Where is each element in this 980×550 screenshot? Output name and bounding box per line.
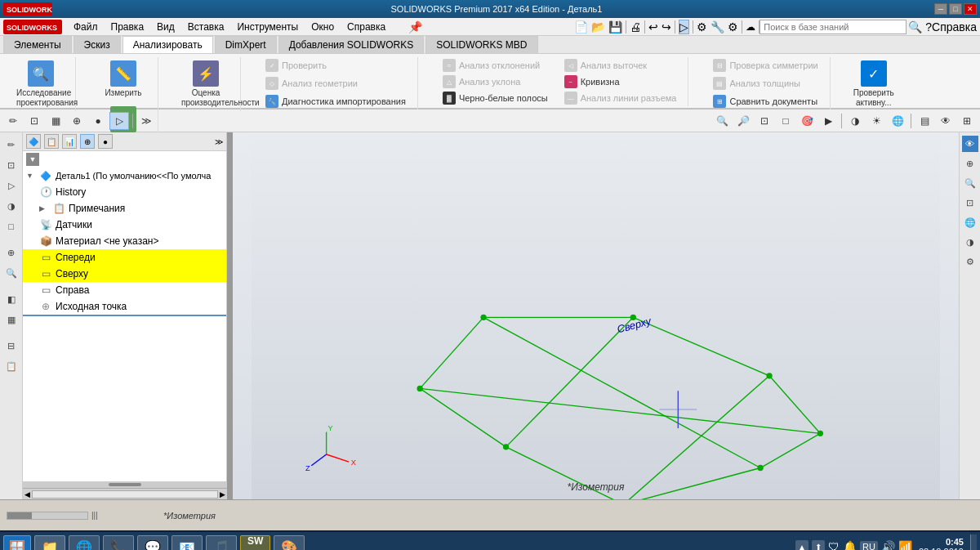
filter-icon[interactable]: ▼ (26, 153, 39, 166)
tree-icon-4[interactable]: ⊕ (80, 134, 95, 149)
start-button[interactable]: 🪟 (3, 535, 31, 550)
right-btn-1[interactable]: ⊕ (962, 155, 978, 172)
left-btn-9[interactable]: ▦ (2, 311, 20, 329)
tab-elements[interactable]: Элементы (3, 36, 72, 53)
close-btn[interactable]: ✕ (964, 3, 977, 15)
tb-view5[interactable]: 🎯 (797, 112, 817, 130)
tb-sketch-icon[interactable]: ✏ (3, 112, 23, 130)
redo-icon[interactable]: ↪ (662, 20, 671, 34)
left-btn-3[interactable]: ▷ (2, 177, 20, 195)
left-btn-2[interactable]: ⊡ (2, 156, 20, 174)
tree-front[interactable]: ▭ Спереди (23, 249, 226, 266)
sys-network[interactable]: ▲ (795, 540, 808, 550)
left-btn-7[interactable]: 🔍 (2, 264, 20, 282)
tree-material[interactable]: 📦 Материал <не указан> (23, 233, 226, 249)
tab-dimxpert[interactable]: DimXpert (215, 36, 277, 53)
menu-tools[interactable]: Инструменты (230, 20, 305, 34)
tb-view4[interactable]: □ (776, 112, 795, 130)
show-desktop-btn[interactable] (970, 534, 977, 550)
taskbar-mail[interactable]: 📧 (172, 535, 203, 550)
tree-icon-2[interactable]: 📋 (44, 134, 59, 149)
clock[interactable]: 0:45 28.12.2019 (919, 537, 967, 550)
tab-solidworks-mbd[interactable]: SOLIDWORKS MBD (425, 36, 537, 53)
taskbar-sw[interactable]: SW2017 (240, 535, 270, 550)
menu-window[interactable]: Окно (305, 20, 341, 34)
taskbar-viber[interactable]: 📞 (103, 535, 134, 550)
tree-history[interactable]: 🕐 History (23, 184, 226, 200)
print-icon[interactable]: 🖨 (630, 20, 641, 34)
gear-icon[interactable]: ⚙ (697, 20, 707, 34)
tray-network[interactable]: 📶 (898, 540, 912, 550)
taskbar-paint[interactable]: 🎨 (274, 535, 305, 550)
restore-btn[interactable]: □ (949, 3, 962, 15)
tree-top[interactable]: ▭ Сверху (23, 266, 226, 282)
tree-right[interactable]: ▭ Справа (23, 282, 226, 298)
tree-origin[interactable]: ⊕ Исходная точка (23, 298, 226, 316)
tb-grid[interactable]: ▦ (46, 112, 65, 130)
right-btn-6[interactable]: ⚙ (962, 253, 978, 270)
right-btn-3[interactable]: ⊡ (962, 195, 978, 211)
left-btn-11[interactable]: 📋 (2, 357, 20, 375)
menu-view[interactable]: Вид (150, 20, 181, 34)
help-icon2[interactable]: Справка (932, 20, 977, 34)
btn-measure[interactable]: 📏 Измерить (101, 57, 145, 101)
help-icon[interactable]: ? (925, 20, 932, 34)
status-scrollbar[interactable] (7, 512, 88, 520)
left-btn-1[interactable]: ✏ (2, 136, 20, 154)
taskbar-chrome[interactable]: 🌐 (69, 535, 100, 550)
taskbar-media[interactable]: 🎵 (206, 535, 237, 550)
tree-more-btn[interactable]: ≫ (215, 137, 223, 146)
tree-notes[interactable]: ▶ 📋 Примечания (23, 200, 226, 217)
tb-more[interactable]: ≫ (136, 112, 156, 130)
left-btn-4[interactable]: ◑ (2, 197, 20, 215)
tb-smart-dim[interactable]: ⊡ (24, 112, 44, 130)
left-btn-8[interactable]: ◧ (2, 290, 20, 308)
btn-perf[interactable]: ⚡ Оценкапроизводительности (178, 57, 234, 111)
tb-render1[interactable]: ◑ (845, 112, 865, 130)
tab-sketch[interactable]: Эскиз (74, 36, 121, 53)
undo-icon[interactable]: ↩ (648, 20, 658, 34)
search-btn[interactable]: 🔍 (908, 20, 922, 34)
tree-sensors[interactable]: 📡 Датчики (23, 217, 226, 233)
left-btn-6[interactable]: ⊕ (2, 244, 20, 262)
tb-render3[interactable]: 🌐 (888, 112, 907, 130)
taskbar-whatsapp[interactable]: 💬 (137, 535, 168, 550)
btn-diag[interactable]: 🔧 Диагностика импортирования (261, 93, 411, 110)
new-icon[interactable]: 📄 (574, 20, 588, 34)
tb-view3[interactable]: ⊡ (755, 112, 774, 130)
tray-notifications[interactable]: 🔔 (843, 540, 857, 550)
menu-insert[interactable]: Вставка (181, 20, 231, 34)
save-icon[interactable]: 💾 (608, 20, 622, 34)
tb-display[interactable]: 👁 (936, 112, 956, 130)
tree-icon-5[interactable]: ● (98, 134, 113, 149)
tab-analyze[interactable]: Анализировать (122, 36, 213, 53)
tb-snap[interactable]: ⊕ (67, 112, 87, 130)
tb-more2[interactable]: ⊞ (957, 112, 977, 130)
right-btn-eye[interactable]: 👁 (962, 136, 978, 152)
tb-select[interactable]: ▷ (109, 112, 129, 130)
tray-volume[interactable]: 🔊 (881, 540, 895, 550)
btn-compare[interactable]: ⊞ Сравнить документы (708, 93, 822, 110)
open-icon[interactable]: 📂 (591, 20, 605, 34)
tb-circle[interactable]: ● (88, 112, 108, 130)
btn-research[interactable]: 🔍 Исследованиепроектирования (13, 57, 69, 111)
window-controls[interactable]: ─ □ ✕ (934, 3, 977, 15)
tb-section-view[interactable]: ▤ (915, 112, 934, 130)
tb-render2[interactable]: ☀ (866, 112, 886, 130)
left-btn-10[interactable]: ⊟ (2, 337, 20, 355)
menu-file[interactable]: Файл (67, 20, 105, 34)
btn-check-active[interactable]: ✓ Проверитьактивну... (850, 57, 898, 111)
scroll-right[interactable]: ▶ (220, 490, 225, 499)
right-btn-2[interactable]: 🔍 (962, 175, 978, 191)
menu-edit[interactable]: Правка (105, 20, 151, 34)
left-btn-5[interactable]: □ (2, 217, 20, 235)
tree-root[interactable]: ▼ 🔷 Деталь1 (По умолчанию<<По умолча (23, 168, 226, 184)
tab-solidworks-addins[interactable]: Добавления SOLIDWORKS (278, 36, 425, 53)
scroll-left[interactable]: ◀ (24, 490, 30, 499)
sys-icons-expand[interactable]: ⬆ (812, 540, 825, 550)
sidebar-scroll[interactable] (23, 481, 227, 488)
search-input[interactable] (760, 20, 906, 34)
tray-lang[interactable]: RU (860, 541, 878, 550)
settings-icon[interactable]: 🔧 (710, 20, 724, 34)
right-btn-4[interactable]: 🌐 (962, 214, 978, 230)
